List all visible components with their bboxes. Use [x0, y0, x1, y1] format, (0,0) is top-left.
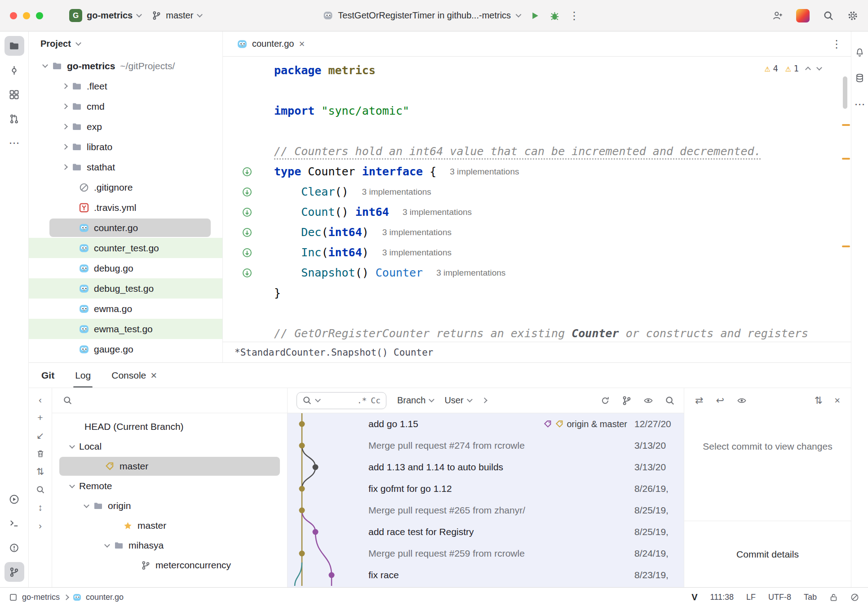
commit-row[interactable]: Merge pull request #259 from rcrowle 8/2… [288, 543, 684, 564]
tree-item[interactable]: exp [29, 116, 222, 137]
implemented-gutter-icon[interactable] [234, 247, 261, 258]
implemented-gutter-icon[interactable] [234, 207, 261, 218]
rollback-icon[interactable]: ↩ [716, 395, 724, 406]
close-window-button[interactable] [10, 12, 17, 19]
implementations-inlay-hint[interactable]: 3 implementations [362, 187, 431, 197]
tree-item[interactable]: debug_test.go [29, 278, 222, 299]
graph-options-icon[interactable] [622, 396, 632, 406]
close-tab-icon[interactable]: × [299, 38, 305, 50]
expand-all-icon[interactable]: ⇅ [815, 395, 823, 406]
code-line[interactable]: // Counters hold an int64 value that can… [223, 141, 851, 161]
branch-row[interactable]: Local [52, 437, 287, 456]
indent-style[interactable]: Tab [804, 593, 817, 602]
inspections-status-icon[interactable] [850, 593, 859, 602]
inspection-widget[interactable]: ⚠ 4 ⚠ 1 [765, 63, 821, 74]
collapse-left-icon[interactable]: ‹ [32, 392, 49, 408]
eye-icon[interactable] [643, 396, 653, 406]
chevron-right-icon[interactable]: › [32, 518, 49, 534]
project-panel-header[interactable]: Project [29, 31, 222, 56]
expand-icon[interactable]: ↕ [32, 500, 49, 516]
commit-tool-button[interactable] [4, 60, 24, 80]
editor-tab-counter-go[interactable]: counter.go × [230, 31, 312, 56]
structure-tool-button[interactable] [4, 85, 24, 104]
search-icon[interactable] [665, 396, 675, 406]
code-line[interactable]: } [223, 283, 851, 303]
search-everywhere-icon[interactable] [823, 10, 834, 21]
statusbar-file[interactable]: counter.go [86, 593, 124, 602]
window-icon[interactable] [9, 593, 18, 602]
code-line[interactable] [223, 303, 851, 323]
tree-item[interactable]: stathat [29, 157, 222, 177]
regex-toggle[interactable]: .* [357, 396, 367, 405]
project-widget[interactable]: G go-metrics [64, 6, 146, 25]
code-line[interactable]: // GetOrRegisterCounter returns an exist… [223, 323, 851, 342]
git-tool-button[interactable] [4, 562, 24, 582]
more-filters-icon[interactable] [482, 397, 487, 403]
collapse-icon[interactable]: × [834, 395, 840, 406]
user-filter[interactable]: User [444, 395, 471, 406]
next-problem-icon[interactable] [816, 65, 822, 71]
branch-row[interactable]: HEAD (Current Branch) [52, 417, 287, 437]
implementations-inlay-hint[interactable]: 3 implementations [382, 228, 452, 237]
warning-badge[interactable]: ⚠ 4 [765, 63, 778, 74]
tab-options-icon[interactable]: ⋮ [831, 39, 851, 49]
add-icon[interactable]: + [32, 410, 49, 426]
implementations-inlay-hint[interactable]: 3 implementations [403, 207, 472, 217]
vim-plugin-icon[interactable]: V [691, 592, 697, 603]
compare-icon[interactable]: ⇄ [695, 395, 703, 406]
branch-row[interactable]: master [52, 456, 287, 476]
branch-row[interactable]: meterconcurrency [52, 555, 287, 575]
warning-stripe-mark[interactable] [842, 158, 850, 160]
line-separator[interactable]: LF [746, 593, 756, 602]
services-tool-button[interactable] [4, 489, 24, 509]
more-tool-windows-icon[interactable]: ⋯ [855, 99, 865, 110]
delete-icon[interactable] [32, 446, 49, 462]
commit-details-section[interactable]: Commit details [684, 521, 851, 587]
tree-item[interactable]: .fleet [29, 76, 222, 96]
terminal-tool-button[interactable] [4, 513, 24, 533]
tree-item[interactable]: .gitignore [29, 177, 222, 197]
code-line[interactable]: Snapshot() Counter3 implementations [223, 263, 851, 283]
code-line[interactable]: Dec(int64)3 implementations [223, 222, 851, 242]
tree-item[interactable]: ewma_test.go [29, 319, 222, 339]
implemented-gutter-icon[interactable] [234, 227, 261, 238]
commit-row[interactable]: fix gofmt for go 1.12 8/26/19, [288, 478, 684, 500]
tree-root[interactable]: go-metrics ~/gitProjects/ [29, 56, 222, 76]
statusbar-project[interactable]: go-metrics [22, 593, 60, 602]
unlock-icon[interactable] [829, 593, 838, 602]
notifications-tool-button[interactable] [855, 48, 864, 57]
commit-row[interactable]: fix race 8/23/19, [288, 564, 684, 586]
fetch-icon[interactable]: ⇅ [32, 464, 49, 480]
tab-console[interactable]: Console × [111, 363, 157, 388]
tree-item[interactable]: ewma.go [29, 299, 222, 319]
previous-problem-icon[interactable] [805, 67, 811, 72]
tree-item[interactable]: counter_test.go [29, 238, 222, 258]
checkout-arrow-icon[interactable]: ↙ [32, 428, 49, 444]
eye-icon[interactable] [737, 396, 747, 406]
branch-refs-label[interactable]: origin & master [544, 419, 628, 429]
zoom-window-button[interactable] [36, 12, 43, 19]
close-tab-icon[interactable]: × [151, 370, 157, 381]
code-line[interactable]: Count() int643 implementations [223, 202, 851, 222]
branch-row[interactable]: Remote [52, 476, 287, 496]
weak-warning-badge[interactable]: ⚠ 1 [785, 63, 799, 74]
tree-item[interactable]: gauge.go [29, 339, 222, 359]
warning-stripe-mark[interactable] [842, 245, 850, 247]
tree-item[interactable]: .travis.yml [29, 197, 222, 218]
minimize-window-button[interactable] [23, 12, 30, 19]
implementation-hint-text[interactable]: *StandardCounter.Snapshot() Counter [235, 347, 434, 358]
warning-stripe-mark[interactable] [842, 124, 850, 126]
branch-row[interactable]: master [52, 516, 287, 536]
commit-row[interactable]: Merge pull request #274 from rcrowle 3/1… [288, 435, 684, 456]
commit-row[interactable]: add race test for Registry 8/25/19, [288, 521, 684, 543]
branch-row[interactable]: origin [52, 496, 287, 516]
refresh-icon[interactable] [600, 396, 610, 406]
implementations-inlay-hint[interactable]: 3 implementations [436, 268, 505, 278]
search-icon[interactable] [32, 482, 49, 498]
code-line[interactable]: package metrics [223, 60, 851, 80]
commit-row[interactable]: add 1.13 and 1.14 to auto builds 3/13/20 [288, 456, 684, 478]
implementations-inlay-hint[interactable]: 3 implementations [450, 167, 519, 177]
file-encoding[interactable]: UTF-8 [768, 593, 791, 602]
pull-requests-tool-button[interactable] [4, 109, 24, 129]
more-tool-windows-icon[interactable]: ⋯ [4, 133, 24, 153]
